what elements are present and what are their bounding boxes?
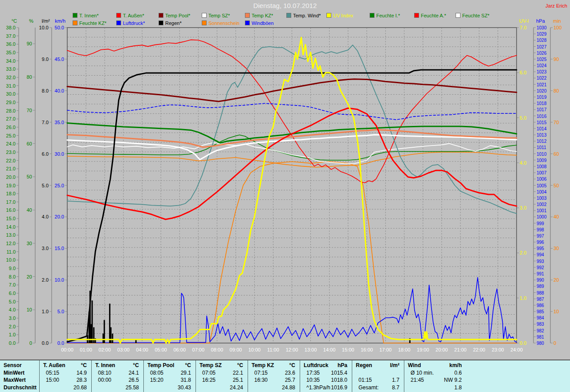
axis-uvi: 7.06.05.04.03.02.01.00.0UV-I: [517, 18, 529, 346]
svg-text:1010: 1010: [537, 152, 547, 157]
axis-title-uvi: UV-I: [519, 18, 529, 24]
svg-text:10.0: 10.0: [6, 257, 16, 263]
svg-text:1000: 1000: [537, 214, 547, 219]
svg-text:5.0: 5.0: [42, 183, 49, 188]
svg-text:1024: 1024: [537, 63, 547, 68]
svg-text:1009: 1009: [537, 158, 547, 163]
max-time: 16:25: [202, 376, 216, 384]
svg-text:1.0: 1.0: [520, 295, 526, 301]
svg-text:26.0: 26.0: [6, 125, 16, 130]
stats-label: MaxWert: [0, 376, 39, 384]
svg-text:24.0: 24.0: [6, 141, 16, 146]
svg-text:982: 982: [537, 328, 544, 333]
axes: 38.037.036.035.034.033.032.031.030.029.0…: [6, 18, 562, 346]
svg-text:5.0: 5.0: [520, 115, 526, 121]
svg-text:3.0: 3.0: [520, 205, 526, 210]
svg-text:6.0: 6.0: [9, 291, 16, 296]
avg-value: 1016.9: [331, 384, 347, 391]
stats-col-temp-sz: Temp SZ°C 07:0522.1 16:2525.1 24.24: [195, 360, 248, 392]
axis-minax: 1009080706050403020100min: [550, 18, 562, 346]
max-value: 28.3: [77, 376, 87, 384]
svg-text:40: 40: [27, 207, 32, 213]
svg-text:31.0: 31.0: [6, 83, 16, 89]
svg-text:1007: 1007: [537, 170, 547, 175]
svg-text:7.0: 7.0: [42, 120, 49, 125]
min-time: 07:05: [202, 369, 216, 376]
svg-text:35.0: 35.0: [55, 120, 64, 125]
sensor-name: Wind: [408, 362, 421, 369]
svg-text:2.0: 2.0: [520, 250, 526, 255]
svg-text:0.0: 0.0: [42, 340, 49, 346]
svg-text:1004: 1004: [537, 190, 547, 194]
avg-value: 1.8: [454, 384, 462, 391]
gridlines: [67, 28, 517, 343]
min-time: Ø 10 min.: [411, 369, 434, 376]
svg-text:985: 985: [537, 309, 544, 314]
svg-text:1030: 1030: [537, 25, 547, 30]
svg-text:5.0: 5.0: [9, 299, 16, 304]
svg-text:32.0: 32.0: [6, 75, 16, 80]
svg-text:30: 30: [27, 241, 32, 246]
svg-text:70: 70: [554, 120, 559, 125]
svg-text:25.0: 25.0: [55, 183, 64, 188]
svg-text:0.0: 0.0: [520, 340, 526, 346]
stats-label: MinWert: [0, 369, 39, 376]
stats-col-luftdruck: LuftdruckhPa 17:351015.4 10:351018.0 ^1.…: [300, 360, 352, 392]
svg-text:988: 988: [537, 291, 544, 295]
svg-text:18.0: 18.0: [6, 191, 16, 196]
svg-text:983: 983: [537, 322, 544, 327]
svg-text:0.0: 0.0: [9, 340, 16, 346]
svg-text:3.0: 3.0: [9, 315, 16, 321]
svg-text:22.0: 22.0: [6, 158, 16, 163]
svg-text:0: 0: [29, 340, 32, 346]
svg-text:10:00: 10:00: [248, 347, 261, 352]
stats-table: Sensor MinWert MaxWert Durchschnitt T. A…: [0, 360, 570, 392]
min-value: 29.1: [181, 369, 191, 376]
svg-text:1017: 1017: [537, 107, 547, 112]
svg-text:4.0: 4.0: [9, 307, 16, 312]
svg-text:991: 991: [537, 271, 544, 276]
svg-text:37.0: 37.0: [6, 33, 16, 39]
max-time: 15:20: [150, 376, 163, 384]
svg-text:1011: 1011: [537, 145, 546, 150]
svg-text:50.0: 50.0: [55, 25, 64, 30]
svg-text:19:00: 19:00: [417, 347, 429, 352]
svg-text:18:00: 18:00: [398, 347, 411, 352]
sensor-name: Luftdruck: [304, 362, 328, 369]
svg-text:3.0: 3.0: [42, 246, 49, 251]
svg-text:10.0: 10.0: [55, 277, 64, 283]
svg-text:1020: 1020: [537, 89, 547, 93]
stats-col-temp-kz: Temp KZ°C 07:1523.6 16:3025.7 24.88: [248, 360, 300, 392]
svg-text:21:00: 21:00: [454, 347, 467, 352]
sensor-unit: °C: [237, 362, 243, 369]
max-value: 31.8: [181, 376, 191, 384]
svg-text:984: 984: [537, 315, 544, 320]
axis-title-pct: %: [29, 18, 33, 24]
svg-text:70: 70: [27, 108, 32, 113]
svg-text:20:00: 20:00: [436, 347, 448, 352]
svg-text:19.0: 19.0: [6, 183, 16, 188]
svg-text:995: 995: [537, 246, 544, 251]
avg-value: 24.24: [230, 384, 243, 391]
svg-text:80: 80: [27, 74, 32, 80]
svg-text:07:00: 07:00: [192, 347, 205, 352]
svg-text:03:00: 03:00: [117, 347, 130, 352]
svg-text:11.0: 11.0: [6, 249, 16, 255]
svg-text:04:00: 04:00: [136, 347, 148, 352]
svg-text:12:00: 12:00: [286, 347, 298, 352]
stats-col-regen: Regenl/m² 01:151.7 Gesamt:8.7: [352, 360, 404, 392]
svg-text:60: 60: [27, 141, 32, 146]
min-value: 0.6: [454, 369, 462, 376]
max-value: 1018.0: [331, 376, 347, 384]
svg-text:1029: 1029: [537, 32, 547, 36]
svg-text:999: 999: [537, 221, 544, 226]
svg-text:1015: 1015: [537, 120, 547, 125]
svg-text:28.0: 28.0: [6, 108, 16, 113]
min-value: 14.9: [77, 369, 87, 376]
stats-col-t-innen: T. Innen°C 08:1024.1 00:0026.5 25.58: [91, 360, 143, 392]
sensor-name: Temp KZ: [252, 362, 274, 369]
svg-text:1018: 1018: [537, 101, 547, 106]
min-time: 17:35: [306, 369, 320, 376]
svg-text:20: 20: [554, 277, 559, 283]
sensor-unit: °C: [81, 362, 87, 369]
